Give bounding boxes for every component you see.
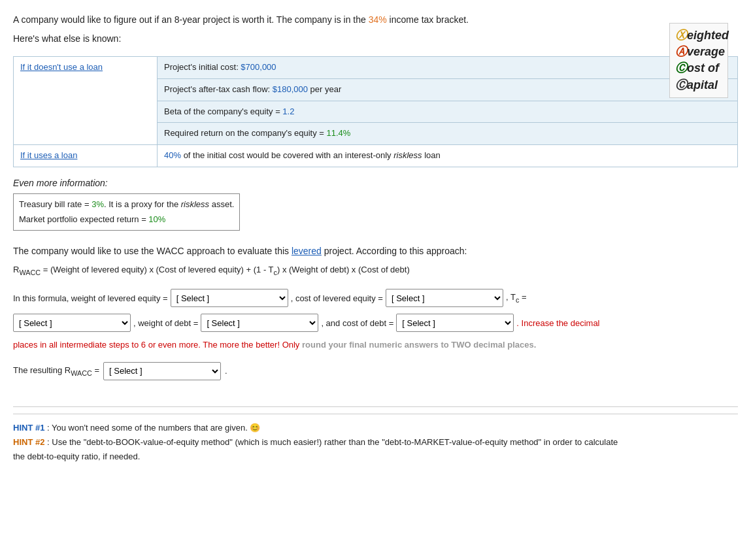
- tc-sub2: c: [516, 296, 519, 304]
- wacc-w: Ⓧ: [675, 29, 687, 42]
- formula-middle-1: , cost of levered equity =: [291, 293, 383, 303]
- resulting-period: .: [225, 366, 227, 376]
- formula-prefix-1: In this formula, weight of levered equit…: [13, 293, 168, 303]
- riskless-label: riskless: [393, 150, 422, 160]
- hint1-label: HINT #1: [13, 423, 44, 433]
- wacc-approach-text: The company would like to use the WACC a…: [13, 244, 738, 258]
- wacc-sub: WACC: [19, 269, 41, 276]
- tc-sub1: c: [274, 269, 277, 276]
- formula-row-2: [ Select ] , weight of debt = [ Select ]…: [13, 314, 738, 332]
- cashflow-value: $180,000: [273, 84, 308, 94]
- hints-section: HINT #1 : You won't need some of the num…: [13, 414, 738, 464]
- rwacc-formula: RWACC = (Weight of levered equity) x (Co…: [13, 263, 738, 278]
- divider: [13, 406, 738, 407]
- select-cost-debt[interactable]: [ Select ]: [396, 314, 514, 332]
- select-resulting-rwacc[interactable]: [ Select ]: [103, 362, 221, 380]
- hint1: HINT #1 : You won't need some of the num…: [13, 421, 738, 435]
- wacc-c1: Ⓒ: [675, 61, 687, 74]
- cashflow-row: Project's after-tax cash flow: $180,000 …: [158, 78, 738, 101]
- resulting-row: The resulting RWACC = [ Select ] .: [13, 362, 738, 380]
- select-tc-value[interactable]: [ Select ]: [13, 314, 131, 332]
- initial-cost-row: Project's initial cost: $700,000: [158, 57, 738, 79]
- beta-row: Beta of the company's equity = 1.2: [158, 101, 738, 123]
- hint2-label: HINT #2: [13, 437, 44, 447]
- intro-line1: A company would like to figure out if an…: [13, 13, 738, 27]
- required-return-row: Required return on the company's equity …: [158, 123, 738, 145]
- initial-cost-value: $700,000: [241, 62, 276, 72]
- riskless-proxy: riskless: [181, 199, 209, 209]
- decimal-hint-bold: round your final numeric answers to TWO …: [302, 340, 536, 350]
- loan-percent: 40%: [164, 150, 181, 160]
- no-loan-label: If it doesn't use a loan: [14, 57, 158, 145]
- loan-label: If it uses a loan: [14, 145, 158, 167]
- decimal-hint: places in all intermediate steps to 6 or…: [13, 338, 738, 352]
- hint2-text: : Use the "debt-to-BOOK-value-of-equity …: [13, 437, 618, 461]
- tax-rate-highlight: 34%: [369, 14, 387, 25]
- levered-link: levered: [292, 246, 322, 256]
- loan-link[interactable]: If it uses a loan: [20, 150, 77, 160]
- select-cost-levered-equity[interactable]: [ Select ]: [386, 289, 503, 307]
- formula-row-1: In this formula, weight of levered equit…: [13, 289, 738, 307]
- select-weight-levered-equity[interactable]: [ Select ]: [171, 289, 288, 307]
- increase-decimal-text: . Increase the decimal: [516, 318, 599, 328]
- tbill-rate: 3%: [92, 199, 104, 209]
- treasury-box: Treasury bill rate = 3%. It is a proxy f…: [13, 193, 240, 231]
- loan-row: 40% of the initial cost would be covered…: [158, 145, 738, 167]
- resulting-prefix: The resulting RWACC =: [13, 365, 99, 377]
- treasury-line2: Market portfolio expected return = 10%: [19, 212, 234, 227]
- decimal-hint-red: places in all intermediate steps to 6 or…: [13, 340, 299, 350]
- treasury-line1: Treasury bill rate = 3%. It is a proxy f…: [19, 197, 234, 212]
- even-more-label: Even more information:: [13, 178, 738, 188]
- tc-label: , Tc =: [506, 292, 527, 304]
- resulting-sub: WACC: [71, 369, 92, 376]
- beta-value: 1.2: [282, 107, 294, 116]
- info-table: If it doesn't use a loan Project's initi…: [13, 56, 738, 167]
- intro-line2: Here's what else is known:: [13, 32, 738, 46]
- wacc-a: Ⓐ: [675, 45, 687, 58]
- no-loan-link[interactable]: If it doesn't use a loan: [20, 62, 103, 72]
- hint1-text: : You won't need some of the numbers tha…: [47, 423, 260, 433]
- market-return: 10%: [148, 214, 165, 224]
- formula-weight-debt-label: , weight of debt =: [133, 318, 198, 328]
- required-return-value: 11.4%: [327, 128, 351, 138]
- wacc-c2: Ⓒ: [675, 78, 687, 91]
- select-weight-debt[interactable]: [ Select ]: [201, 314, 318, 332]
- wacc-logo: Ⓧeighted Ⓐverage Ⓒost of Ⓒapital: [669, 23, 728, 98]
- formula-cost-debt-label: , and cost of debt =: [321, 318, 393, 328]
- hint2: HINT #2 : Use the "debt-to-BOOK-value-of…: [13, 435, 738, 464]
